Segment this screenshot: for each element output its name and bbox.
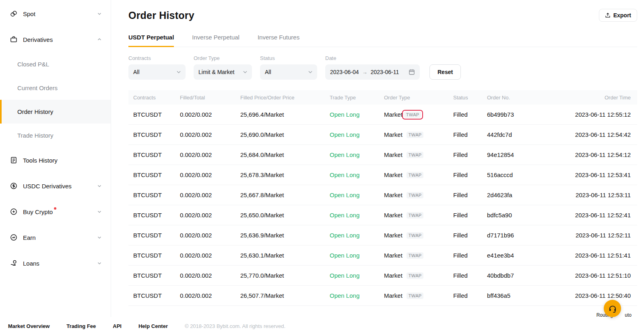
cell-status: Filled bbox=[453, 111, 487, 118]
cell-order-time: 2023-06-11 12:52:11 bbox=[555, 232, 637, 239]
cell-filled-price-order-price: 25,696.4/Market bbox=[240, 111, 330, 118]
sidebar-item-loans[interactable]: Loans bbox=[0, 250, 111, 276]
cell-status: Filled bbox=[453, 192, 487, 198]
cell-contracts: BTCUSDT bbox=[128, 232, 180, 239]
footer-link-trading-fee[interactable]: Trading Fee bbox=[66, 323, 96, 329]
table-row: BTCUSDT 0.002/0.002 25,630.1/Market Open… bbox=[128, 245, 637, 266]
cell-status: Filled bbox=[453, 151, 487, 158]
notification-dot bbox=[54, 207, 56, 210]
calendar-icon bbox=[409, 69, 415, 75]
export-button[interactable]: Export bbox=[599, 9, 637, 22]
spot-icon bbox=[10, 10, 18, 18]
cell-order-time: 2023-06-11 12:53:41 bbox=[555, 171, 637, 178]
twap-tag: TWAP bbox=[407, 232, 424, 239]
cell-filled-price-order-price: 25,650.0/Market bbox=[240, 212, 330, 219]
cell-trade-type: Open Long bbox=[330, 292, 384, 299]
sidebar-item-current-orders[interactable]: Current Orders bbox=[0, 76, 111, 100]
column-header-trade-type: Trade Type bbox=[330, 95, 384, 101]
sidebar-item-label: Buy Crypto bbox=[23, 208, 53, 215]
cell-order-no: 516acccd bbox=[487, 171, 555, 178]
cell-contracts: BTCUSDT bbox=[128, 292, 180, 299]
cell-trade-type: Open Long bbox=[330, 171, 384, 178]
sidebar-item-derivatives[interactable]: Derivatives bbox=[0, 27, 111, 52]
table-row: BTCUSDT 0.002/0.002 25,678.3/Market Open… bbox=[128, 165, 637, 185]
cell-filled-total: 0.002/0.002 bbox=[180, 252, 240, 259]
cell-filled-price-order-price: 25,690.0/Market bbox=[240, 131, 330, 138]
cell-filled-price-order-price: 25,636.9/Market bbox=[240, 232, 330, 239]
cell-trade-type: Open Long bbox=[330, 192, 384, 198]
table-row: BTCUSDT 0.002/0.002 25,696.4/Market Open… bbox=[128, 105, 637, 125]
table-row: BTCUSDT 0.002/0.002 26,507.7/Market Open… bbox=[128, 286, 637, 306]
sidebar-item-label: Spot bbox=[23, 10, 35, 17]
sidebar-subitem-label: Closed P&L bbox=[17, 61, 49, 68]
customer-support-button[interactable] bbox=[604, 300, 621, 317]
twap-tag: TWAP bbox=[407, 152, 424, 158]
cell-filled-total: 0.002/0.002 bbox=[180, 292, 240, 299]
chevron-down-icon bbox=[97, 209, 102, 214]
order-type-text: Market bbox=[384, 272, 402, 279]
table-row: BTCUSDT 0.002/0.002 25,684.0/Market Open… bbox=[128, 145, 637, 165]
column-header-status: Status bbox=[453, 95, 487, 101]
cell-status: Filled bbox=[453, 171, 487, 178]
cell-order-no: 94e12854 bbox=[487, 151, 555, 158]
chevron-down-icon bbox=[97, 183, 102, 188]
cell-order-no: 40bdbdb7 bbox=[487, 272, 555, 279]
export-label: Export bbox=[613, 12, 631, 19]
cell-order-no: 442fdc7d bbox=[487, 131, 555, 138]
filter-label: Order Type bbox=[194, 55, 252, 61]
sidebar-item-buy-crypto[interactable]: Buy Crypto bbox=[0, 199, 111, 225]
contracts-dropdown[interactable]: All bbox=[128, 64, 186, 80]
cell-filled-price-order-price: 25,684.0/Market bbox=[240, 151, 330, 158]
cell-order-no: d7171b96 bbox=[487, 232, 555, 239]
sidebar-item-order-history[interactable]: Order History bbox=[0, 100, 111, 124]
cell-order-type: Market TWAP bbox=[384, 251, 453, 260]
cell-contracts: BTCUSDT bbox=[128, 212, 180, 219]
cell-order-type: Market TWAP bbox=[384, 190, 453, 200]
export-icon bbox=[605, 12, 611, 18]
filter-contracts: Contracts All bbox=[128, 55, 186, 80]
contracts-value: All bbox=[133, 69, 140, 75]
table-header: Contracts Filled/Total Filled Price/Orde… bbox=[128, 90, 637, 105]
footer-link-api[interactable]: API bbox=[113, 323, 122, 329]
tab-usdt-perpetual[interactable]: USDT Perpetual bbox=[128, 34, 174, 47]
cell-trade-type: Open Long bbox=[330, 272, 384, 279]
sidebar-item-trade-history[interactable]: Trade History bbox=[0, 124, 111, 147]
twap-tag-wrap: TWAP bbox=[405, 271, 426, 280]
tab-inverse-perpetual[interactable]: Inverse Perpetual bbox=[192, 34, 239, 47]
date-range-picker[interactable]: 2023-06-04 → 2023-06-11 bbox=[325, 64, 420, 80]
cell-order-time: 2023-06-11 12:54:12 bbox=[555, 151, 637, 158]
table-row: BTCUSDT 0.002/0.002 25,667.8/Market Open… bbox=[128, 185, 637, 205]
footer-link-market-overview[interactable]: Market Overview bbox=[8, 323, 50, 329]
sidebar-item-usdc-derivatives[interactable]: USDC Derivatives bbox=[0, 173, 111, 199]
sidebar-item-closed-pnl[interactable]: Closed P&L bbox=[0, 52, 111, 76]
order-type-dropdown[interactable]: Limit & Market bbox=[194, 64, 252, 80]
column-header-order-type: Order Type bbox=[384, 95, 453, 101]
filter-status: Status All bbox=[260, 55, 317, 80]
buy-crypto-icon bbox=[10, 208, 18, 216]
sidebar-item-spot[interactable]: Spot bbox=[0, 1, 111, 27]
status-dropdown[interactable]: All bbox=[260, 64, 317, 80]
table-row: BTCUSDT 0.002/0.002 25,770.0/Market Open… bbox=[128, 266, 637, 286]
arrow-right-icon: → bbox=[362, 69, 367, 75]
cell-order-time: 2023-06-11 12:52:41 bbox=[555, 212, 637, 219]
twap-tag: TWAP bbox=[407, 132, 424, 138]
cell-filled-price-order-price: 25,770.0/Market bbox=[240, 272, 330, 279]
twap-tag: TWAP bbox=[407, 272, 424, 279]
reset-button[interactable]: Reset bbox=[429, 64, 461, 80]
twap-tag-wrap: TWAP bbox=[405, 291, 426, 301]
column-header-contracts: Contracts bbox=[128, 95, 180, 101]
chevron-down-icon bbox=[97, 11, 102, 16]
sidebar-item-tools-history[interactable]: Tools History bbox=[0, 147, 111, 173]
date-from: 2023-06-04 bbox=[330, 69, 359, 75]
cell-status: Filled bbox=[453, 212, 487, 219]
cell-filled-total: 0.002/0.002 bbox=[180, 232, 240, 239]
twap-tag: TWAP bbox=[407, 192, 424, 198]
routing-text-right: uto bbox=[625, 312, 632, 318]
chevron-down-icon bbox=[240, 71, 247, 73]
tab-inverse-futures[interactable]: Inverse Futures bbox=[258, 34, 299, 47]
footer-link-help-center[interactable]: Help Center bbox=[138, 323, 168, 329]
order-type-text: Market bbox=[384, 292, 402, 299]
tab-bar: USDT Perpetual Inverse Perpetual Inverse… bbox=[128, 34, 637, 47]
sidebar-item-earn[interactable]: Earn bbox=[0, 225, 111, 250]
twap-tag-wrap: TWAP bbox=[405, 190, 426, 200]
